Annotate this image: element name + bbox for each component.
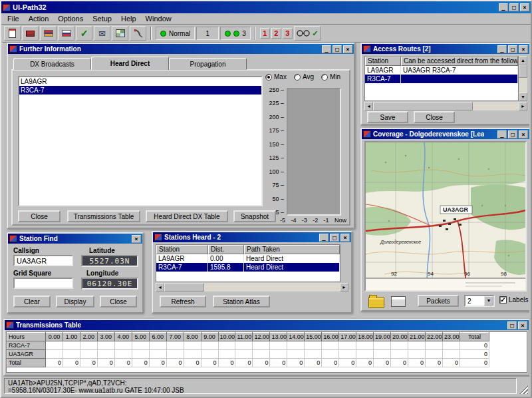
- maximize-icon[interactable]: □: [508, 130, 517, 138]
- scrollbar-thumb[interactable]: [164, 283, 204, 292]
- close-icon[interactable]: ×: [520, 3, 529, 11]
- main-titlebar[interactable]: UI-Path32 _ □ ×: [1, 1, 531, 13]
- red-counter-1[interactable]: 1: [260, 28, 270, 39]
- scrollbar-thumb[interactable]: [373, 102, 473, 110]
- scroll-left-icon[interactable]: ◄: [364, 102, 373, 110]
- scroll-left-icon[interactable]: ◄: [156, 283, 164, 292]
- horizontal-scrollbar[interactable]: ◄ ►: [364, 102, 527, 110]
- close-icon[interactable]: ×: [340, 234, 350, 242]
- station-find-titlebar[interactable]: Station Find ×: [8, 234, 142, 244]
- maximize-icon[interactable]: □: [507, 321, 517, 329]
- table-row[interactable]: R3CA-7: [365, 75, 518, 83]
- maximize-icon[interactable]: □: [509, 3, 519, 11]
- packets-button[interactable]: Packets: [418, 295, 459, 307]
- minimize-icon[interactable]: _: [497, 130, 507, 138]
- minimize-icon[interactable]: _: [499, 3, 508, 11]
- snapshot-button[interactable]: Snapshot: [233, 210, 276, 222]
- callsign-input[interactable]: [13, 255, 73, 266]
- column-header-station[interactable]: Station: [365, 57, 401, 66]
- close-icon[interactable]: ×: [343, 45, 352, 53]
- open-folder-icon[interactable]: [368, 297, 384, 308]
- connect-icon[interactable]: [22, 26, 39, 41]
- close-icon[interactable]: ×: [132, 235, 141, 243]
- minimize-icon[interactable]: _: [322, 45, 331, 53]
- scroll-right-icon[interactable]: ►: [340, 283, 348, 292]
- menu-item-help[interactable]: Help: [116, 14, 141, 23]
- satellite-icon[interactable]: [130, 26, 146, 41]
- row-label: UA3AGR: [7, 350, 46, 359]
- menu-item-action[interactable]: Action: [24, 14, 54, 23]
- maximize-icon[interactable]: □: [332, 45, 342, 53]
- menu-item-options[interactable]: Options: [53, 14, 88, 23]
- scroll-down-icon[interactable]: ▼: [519, 93, 527, 101]
- red-counter-2[interactable]: 2: [271, 28, 281, 39]
- list-item[interactable]: R3CA-7: [19, 86, 261, 95]
- coverage-window: Coverage - Dolgoderevenskoe [Lea _ □ ×: [360, 128, 529, 311]
- printer-icon[interactable]: [391, 296, 406, 307]
- radio-min[interactable]: Min: [321, 73, 340, 81]
- resize-grip[interactable]: [519, 385, 528, 394]
- column-header-access[interactable]: Can be accessed direct from the followin: [401, 57, 518, 66]
- close-icon[interactable]: ×: [519, 130, 528, 138]
- tab-dx-broadcasts[interactable]: DX Broadcasts: [13, 58, 91, 70]
- maximize-icon[interactable]: □: [508, 45, 517, 53]
- refresh-button[interactable]: Refresh: [160, 296, 206, 307]
- chevron-down-icon[interactable]: ▼: [484, 296, 493, 305]
- vertical-scrollbar[interactable]: ▲ ▼: [519, 56, 527, 101]
- flag-icon-2[interactable]: [58, 26, 74, 41]
- map-icon[interactable]: [112, 26, 128, 41]
- radio-max[interactable]: Max: [265, 73, 287, 81]
- scroll-up-icon[interactable]: ▲: [519, 56, 527, 65]
- maximize-icon[interactable]: □: [330, 234, 339, 242]
- table-row[interactable]: LA9AGR 0.00 Heard Direct: [156, 254, 340, 263]
- tnc-icon[interactable]: [4, 26, 21, 41]
- close-button[interactable]: Close: [100, 296, 137, 307]
- longitude-display: 06120.30E: [81, 278, 138, 290]
- coverage-map[interactable]: UA3AGR Долгодеревенское 92 94 96 98: [364, 141, 527, 292]
- labels-checkbox[interactable]: ✓ Labels: [499, 296, 529, 303]
- transmissions-table-titlebar[interactable]: Transmissions Table □ ×: [5, 320, 529, 330]
- horizontal-scrollbar[interactable]: ◄ ►: [156, 283, 348, 292]
- column-header-dist[interactable]: Dist.: [208, 245, 244, 254]
- minimize-icon[interactable]: _: [497, 45, 507, 53]
- zoom-combo[interactable]: 2 ▼: [464, 295, 495, 307]
- tab-propagation[interactable]: Propagation: [169, 58, 247, 70]
- close-icon[interactable]: ×: [519, 45, 528, 53]
- table-cell: [235, 341, 253, 350]
- tab-heard-direct[interactable]: Heard Direct: [91, 57, 169, 70]
- close-button[interactable]: Close: [414, 111, 455, 123]
- mail-icon[interactable]: ✉: [94, 26, 110, 41]
- list-item[interactable]: LA9AGR: [19, 77, 261, 86]
- menu-item-setup[interactable]: Setup: [88, 14, 116, 23]
- menu-item-file[interactable]: File: [3, 14, 24, 23]
- grid-square-input[interactable]: [13, 278, 73, 289]
- close-button[interactable]: Close: [18, 210, 61, 222]
- table-row[interactable]: R3CA-7 1595.8 Heard Direct: [156, 263, 340, 272]
- red-counter-3[interactable]: 3: [283, 28, 293, 39]
- column-header-path[interactable]: Path Taken: [244, 245, 340, 254]
- heard-direct-dx-table-button[interactable]: Heard Direct DX Table: [146, 210, 228, 222]
- further-information-titlebar[interactable]: Further Information _ □ ×: [8, 44, 354, 54]
- flag-icon-1[interactable]: [40, 26, 57, 41]
- minimize-icon[interactable]: _: [319, 234, 329, 242]
- monitor-glasses-icon[interactable]: ✓: [294, 26, 321, 41]
- table-row[interactable]: LA9AGR UA3AGR R3CA-7: [365, 66, 518, 75]
- radio-avg[interactable]: Avg: [294, 73, 314, 81]
- display-button[interactable]: Display: [56, 296, 94, 307]
- column-header: 22.00: [425, 333, 442, 341]
- heard-stations-listbox[interactable]: LA9AGR R3CA-7: [18, 76, 263, 206]
- scrollbar-thumb[interactable]: [519, 65, 527, 78]
- column-header-station[interactable]: Station: [156, 245, 208, 254]
- ok-check-icon[interactable]: ✓: [76, 26, 92, 41]
- station-atlas-button[interactable]: Station Atlas: [213, 296, 270, 307]
- save-button[interactable]: Save: [367, 111, 408, 123]
- clear-button[interactable]: Clear: [13, 296, 51, 307]
- table-cell: [305, 341, 322, 350]
- access-routes-titlebar[interactable]: Access Routes [2] _ □ ×: [362, 44, 529, 54]
- stations-heard-titlebar[interactable]: Stations Heard - 2 _ □ ×: [153, 232, 351, 242]
- coverage-titlebar[interactable]: Coverage - Dolgoderevenskoe [Lea _ □ ×: [362, 129, 529, 139]
- close-icon[interactable]: ×: [518, 321, 527, 329]
- transmissions-table-button[interactable]: Transmissions Table: [67, 210, 140, 222]
- scroll-right-icon[interactable]: ►: [519, 102, 527, 110]
- menu-item-window[interactable]: Window: [141, 14, 176, 23]
